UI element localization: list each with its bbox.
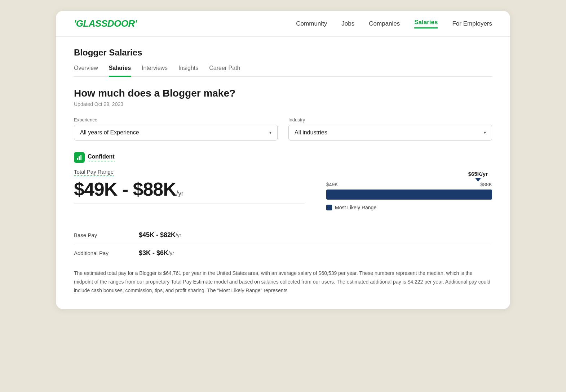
updated-date: Updated Oct 29, 2023: [74, 101, 492, 107]
main-nav: Community Jobs Companies Salaries For Em…: [296, 19, 492, 28]
nav-for-employers[interactable]: For Employers: [452, 20, 492, 27]
industry-label: Industry: [288, 117, 492, 122]
experience-filter-group: Experience All years of Experience ▾: [74, 117, 278, 141]
nav-jobs[interactable]: Jobs: [341, 20, 354, 27]
nav-salaries[interactable]: Salaries: [414, 19, 438, 28]
confident-icon: [74, 152, 85, 163]
experience-label: Experience: [74, 117, 278, 122]
section-heading: How much does a Blogger make?: [74, 88, 492, 99]
additional-pay-label: Additional Pay: [74, 250, 139, 256]
likely-range-legend: Most Likely Range: [326, 205, 492, 210]
filters-row: Experience All years of Experience ▾ Ind…: [74, 117, 492, 141]
base-pay-row: Base Pay $45K - $82K/yr: [74, 226, 492, 244]
experience-value: All years of Experience: [80, 129, 139, 136]
pay-details: Base Pay $45K - $82K/yr Additional Pay $…: [74, 220, 492, 262]
tab-career-path[interactable]: Career Path: [209, 65, 240, 77]
pay-chart: $65K/yr $49K $88K Most Likely Range: [326, 169, 492, 210]
header: 'GLASSDOOR' Community Jobs Companies Sal…: [56, 11, 510, 37]
tab-insights[interactable]: Insights: [178, 65, 198, 77]
nav-community[interactable]: Community: [296, 20, 327, 27]
chart-max-label: $88K: [480, 182, 492, 187]
chart-range-labels: $49K $88K: [326, 182, 492, 187]
additional-pay-row: Additional Pay $3K - $6K/yr: [74, 244, 492, 262]
industry-select[interactable]: All industries ▾: [288, 125, 492, 141]
tab-overview[interactable]: Overview: [74, 65, 98, 77]
svg-rect-1: [79, 156, 80, 160]
base-pay-label: Base Pay: [74, 232, 139, 238]
pay-section: Total Pay Range $49K - $88K/yr $65K/yr $…: [74, 169, 492, 210]
page-content: Blogger Salaries Overview Salaries Inter…: [56, 37, 510, 309]
confident-row: Confident: [74, 152, 492, 163]
svg-rect-0: [77, 158, 78, 160]
pay-left: Total Pay Range $49K - $88K/yr: [74, 169, 305, 204]
tab-salaries[interactable]: Salaries: [109, 65, 131, 77]
median-marker: $65K/yr: [326, 171, 492, 182]
pay-range-value: $49K - $88K: [74, 179, 176, 200]
tab-interviews[interactable]: Interviews: [142, 65, 168, 77]
likely-range-label: Most Likely Range: [335, 205, 376, 210]
sub-tabs: Overview Salaries Interviews Insights Ca…: [74, 65, 492, 77]
industry-filter-group: Industry All industries ▾: [288, 117, 492, 141]
median-indicator: $65K/yr: [468, 171, 488, 182]
legend-square-icon: [326, 205, 332, 210]
nav-companies[interactable]: Companies: [369, 20, 400, 27]
experience-chevron-icon: ▾: [269, 130, 271, 135]
chart-min-label: $49K: [326, 182, 338, 187]
page-title: Blogger Salaries: [74, 48, 492, 58]
chart-bar: [326, 190, 492, 200]
svg-rect-2: [80, 155, 81, 160]
main-card: 'GLASSDOOR' Community Jobs Companies Sal…: [56, 11, 510, 309]
experience-select[interactable]: All years of Experience ▾: [74, 125, 278, 141]
pay-label: Total Pay Range: [74, 169, 114, 176]
pay-divider: [74, 204, 305, 204]
median-value: $65K/yr: [468, 171, 488, 177]
base-pay-value: $45K - $82K/yr: [139, 231, 181, 239]
logo[interactable]: 'GLASSDOOR': [74, 18, 137, 29]
industry-value: All industries: [295, 129, 327, 136]
additional-pay-value: $3K - $6K/yr: [139, 249, 174, 257]
pay-range-suffix: /yr: [176, 189, 183, 197]
confident-label[interactable]: Confident: [88, 153, 115, 161]
industry-chevron-icon: ▾: [484, 130, 486, 135]
pay-range-display: $49K - $88K/yr: [74, 178, 305, 200]
description-text: The estimated total pay for a Blogger is…: [74, 269, 492, 295]
median-arrow-icon: [475, 178, 481, 182]
